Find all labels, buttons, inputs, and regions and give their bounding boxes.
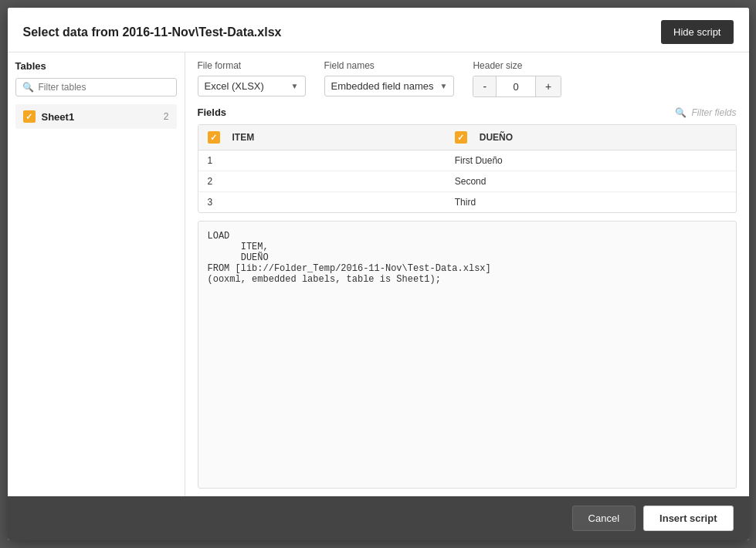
fields-title: Fields xyxy=(198,107,227,118)
search-icon: 🔍 xyxy=(22,82,34,93)
fields-search[interactable]: 🔍 Filter fields xyxy=(675,107,736,118)
tables-search-input[interactable] xyxy=(39,82,170,93)
header-size-group: Header size - 0 + xyxy=(473,60,561,97)
main-content: File format Excel (XLSX) ▼ Field names E… xyxy=(185,52,749,496)
dialog-header: Select data from 2016-11-Nov\Test-Data.x… xyxy=(8,8,749,52)
table-item-count: 2 xyxy=(164,111,169,122)
script-section: LOAD ITEM, DUEÑO FROM [lib://Folder_Temp… xyxy=(198,221,737,489)
table-row: 1 First Dueño xyxy=(198,151,736,171)
tables-search-box[interactable]: 🔍 xyxy=(15,78,177,96)
table-checkbox[interactable] xyxy=(23,110,36,123)
chevron-down-icon: ▼ xyxy=(291,82,299,90)
insert-script-button[interactable]: Insert script xyxy=(643,506,733,531)
fields-header: Fields 🔍 Filter fields xyxy=(198,107,737,118)
dialog-footer: Cancel Insert script xyxy=(8,496,749,540)
field-names-label: Field names xyxy=(324,60,455,71)
cell-3-1: 3 xyxy=(198,192,446,213)
table-row: 2 Second xyxy=(198,171,736,192)
file-format-value: Excel (XLSX) xyxy=(205,80,264,92)
cell-1-2: First Dueño xyxy=(446,151,736,171)
field-names-dropdown[interactable]: Embedded field names ▼ xyxy=(324,76,455,96)
item-col-checkbox[interactable] xyxy=(208,131,220,144)
hide-script-button[interactable]: Hide script xyxy=(661,20,733,44)
options-row: File format Excel (XLSX) ▼ Field names E… xyxy=(198,60,737,97)
col-dueno-header: DUEÑO xyxy=(446,125,736,151)
file-format-group: File format Excel (XLSX) ▼ xyxy=(198,60,306,96)
table-item[interactable]: Sheet1 2 xyxy=(15,104,177,129)
fields-table-container: ITEM DUEÑO xyxy=(198,124,737,213)
cell-1-1: 1 xyxy=(198,151,446,171)
sidebar: Tables 🔍 Sheet1 2 xyxy=(8,52,185,496)
sidebar-title: Tables xyxy=(15,60,177,72)
header-size-control: - 0 + xyxy=(473,76,561,97)
cancel-button[interactable]: Cancel xyxy=(572,506,636,531)
table-item-name: Sheet1 xyxy=(42,111,164,123)
file-format-label: File format xyxy=(198,60,306,71)
dueno-col-checkbox[interactable] xyxy=(455,131,467,144)
header-size-value: 0 xyxy=(497,77,535,96)
script-box[interactable]: LOAD ITEM, DUEÑO FROM [lib://Folder_Temp… xyxy=(198,221,737,489)
cell-2-2: Second xyxy=(446,171,736,192)
increment-button[interactable]: + xyxy=(535,76,561,96)
cell-2-1: 2 xyxy=(198,171,446,192)
header-size-label: Header size xyxy=(473,60,561,71)
field-names-group: Field names Embedded field names ▼ xyxy=(324,60,455,96)
cell-3-2: Third xyxy=(446,192,736,213)
fields-table: ITEM DUEÑO xyxy=(198,125,736,212)
table-row: 3 Third xyxy=(198,192,736,213)
field-names-value: Embedded field names xyxy=(331,80,434,92)
col-item-header: ITEM xyxy=(198,125,446,151)
dialog-body: Tables 🔍 Sheet1 2 File format Excel (XLS… xyxy=(8,52,749,496)
decrement-button[interactable]: - xyxy=(473,76,497,96)
dialog: Select data from 2016-11-Nov\Test-Data.x… xyxy=(8,8,749,540)
fields-search-icon: 🔍 xyxy=(675,107,687,118)
dialog-title: Select data from 2016-11-Nov\Test-Data.x… xyxy=(23,25,282,39)
chevron-down-icon-2: ▼ xyxy=(439,82,447,90)
fields-filter-placeholder: Filter fields xyxy=(691,107,736,118)
fields-section: Fields 🔍 Filter fields xyxy=(198,107,737,489)
file-format-dropdown[interactable]: Excel (XLSX) ▼ xyxy=(198,76,306,96)
